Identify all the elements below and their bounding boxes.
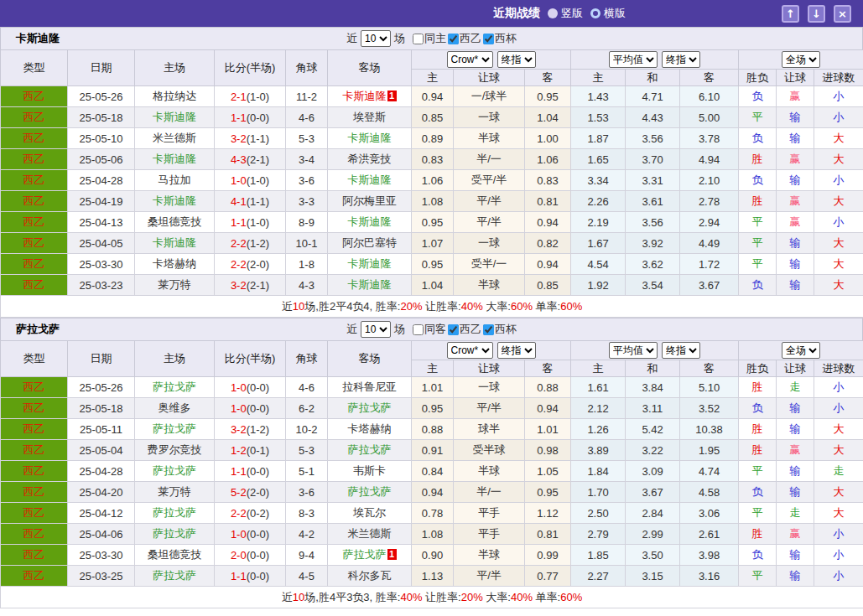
league-type-cell: 西乙 [1, 461, 68, 482]
home-team-link[interactable]: 萨拉戈萨 [153, 569, 196, 582]
asian-home-odds: 0.83 [412, 149, 454, 170]
layout-radio-horizontal[interactable]: 横版 [590, 6, 626, 21]
away-team-link[interactable]: 萨拉戈萨 [348, 485, 392, 498]
home-team-link[interactable]: 萨拉戈萨 [153, 506, 196, 519]
away-team-cell: 希洪竞技 [328, 149, 412, 170]
result-goals: 大 [814, 419, 863, 440]
away-team-link[interactable]: 卡塔赫纳 [348, 422, 392, 435]
move-up-button[interactable]: ↑ [782, 5, 799, 23]
euro-home-odds: 1.67 [571, 233, 626, 254]
away-team-link[interactable]: 科尔多瓦 [348, 569, 392, 582]
euro-away-odds: 3.78 [680, 128, 739, 149]
home-team-link[interactable]: 莱万特 [159, 278, 191, 291]
home-team-link[interactable]: 卡斯迪隆 [153, 194, 196, 207]
cup-checkbox[interactable]: 西杯 [481, 31, 517, 46]
summary-text: 场,胜2平4负4, 胜率: [304, 300, 400, 313]
score-cell: 2-2(2-0) [215, 254, 286, 275]
scope-select[interactable]: 全场 [782, 342, 820, 359]
match-row: 西乙25-04-12萨拉戈萨2-2(0-2)8-3埃瓦尔0.78平手1.122.… [1, 503, 863, 524]
cup-checkbox-input[interactable] [483, 324, 494, 335]
away-team-link[interactable]: 萨拉戈萨 [343, 548, 387, 561]
home-team-cell: 萨拉戈萨 [135, 524, 215, 545]
same-home-checkbox[interactable]: 同主 [411, 31, 446, 46]
layout-radio-vertical[interactable]: 竖版 [548, 6, 583, 21]
away-team-link[interactable]: 埃登斯 [353, 111, 386, 123]
result-goals: 小 [814, 212, 863, 233]
same-away-checkbox[interactable]: 同客 [411, 322, 446, 337]
league-checkbox[interactable]: 西乙 [446, 322, 481, 337]
euro-home-odds: 2.27 [571, 566, 626, 587]
filter-bar: 近 10 场 同客 西乙 西杯 [346, 321, 517, 338]
radio-dot-icon[interactable] [590, 8, 600, 18]
asian-source-select[interactable]: Crow* [447, 342, 493, 359]
match-count-select[interactable]: 10 [361, 30, 391, 47]
away-team-link[interactable]: 卡斯迪隆 [348, 132, 392, 144]
league-type-cell: 西乙 [1, 545, 68, 566]
away-team-link[interactable]: 埃瓦尔 [353, 506, 386, 519]
summary-text: 场,胜4平3负3, 胜率: [304, 591, 400, 603]
league-checkbox[interactable]: 西乙 [446, 31, 481, 46]
away-team-link[interactable]: 卡斯迪隆 [348, 278, 392, 291]
result-handicap: 输 [777, 419, 814, 440]
away-team-link[interactable]: 希洪竞技 [348, 153, 392, 165]
home-team-link[interactable]: 桑坦德竞技 [148, 215, 202, 228]
euro-source-select[interactable]: 平均值 [609, 51, 658, 68]
away-team-link[interactable]: 拉科鲁尼亚 [342, 380, 397, 393]
euro-draw-odds: 3.67 [626, 482, 680, 503]
home-team-link[interactable]: 萨拉戈萨 [153, 380, 196, 393]
away-team-link[interactable]: 卡斯迪隆 [343, 90, 387, 102]
away-team-link[interactable]: 卡斯迪隆 [348, 215, 392, 228]
home-team-link[interactable]: 萨拉戈萨 [153, 527, 196, 540]
match-row: 西乙25-05-11萨拉戈萨3-2(1-2)10-2卡塔赫纳0.88球半1.01… [1, 419, 863, 440]
score-cell: 3-2(2-1) [215, 275, 286, 296]
away-team-link[interactable]: 韦斯卡 [353, 464, 386, 477]
home-team-link[interactable]: 莱万特 [159, 485, 191, 498]
asian-handicap: 半/一 [454, 149, 525, 170]
home-team-link[interactable]: 卡斯迪隆 [153, 236, 196, 249]
home-team-link[interactable]: 卡斯迪隆 [153, 153, 196, 165]
asian-source-select[interactable]: Crow* [447, 51, 493, 68]
result-handicap: 赢 [777, 86, 814, 107]
euro-away-odds: 4.49 [680, 233, 739, 254]
home-team-link[interactable]: 奥维多 [159, 401, 191, 414]
asian-time-select[interactable]: 终指 [497, 51, 536, 68]
radio-dot-icon[interactable] [548, 8, 558, 18]
move-down-button[interactable]: ↓ [808, 5, 825, 23]
close-button[interactable]: × [834, 5, 851, 23]
away-team-link[interactable]: 卡斯迪隆 [348, 257, 392, 270]
cup-checkbox[interactable]: 西杯 [481, 322, 517, 337]
asian-handicap: 半/一 [454, 482, 525, 503]
home-team-link[interactable]: 萨拉戈萨 [153, 464, 196, 477]
asian-handicap: 受半球 [454, 440, 525, 461]
home-team-link[interactable]: 卡塔赫纳 [153, 257, 196, 270]
same-away-checkbox-input[interactable] [413, 324, 424, 335]
away-team-link[interactable]: 阿尔梅里亚 [342, 194, 397, 207]
away-team-link[interactable]: 萨拉戈萨 [348, 401, 392, 414]
home-team-link[interactable]: 马拉加 [159, 173, 191, 186]
away-team-link[interactable]: 米兰德斯 [348, 527, 392, 540]
euro-time-select[interactable]: 终指 [662, 342, 700, 359]
same-home-checkbox-input[interactable] [413, 34, 424, 44]
scope-select[interactable]: 全场 [782, 51, 820, 68]
away-team-link[interactable]: 卡斯迪隆 [348, 173, 392, 186]
league-checkbox-input[interactable] [448, 324, 459, 335]
home-team-link[interactable]: 桑坦德竞技 [148, 548, 202, 561]
home-team-link[interactable]: 卡斯迪隆 [153, 111, 196, 123]
cup-checkbox-input[interactable] [483, 34, 494, 44]
home-team-link[interactable]: 米兰德斯 [153, 132, 196, 144]
euro-time-select[interactable]: 终指 [662, 51, 700, 68]
halftime-score: (2-0) [247, 486, 269, 499]
away-team-cell: 萨拉戈萨 [328, 440, 412, 461]
col-home: 主场 [135, 341, 215, 377]
euro-away-odds: 4.94 [680, 149, 739, 170]
match-count-select[interactable]: 10 [361, 321, 391, 338]
home-team-link[interactable]: 格拉纳达 [153, 90, 196, 102]
asian-time-select[interactable]: 终指 [497, 342, 536, 359]
euro-source-select[interactable]: 平均值 [609, 342, 658, 359]
away-team-link[interactable]: 阿尔巴塞特 [342, 236, 397, 249]
league-checkbox-input[interactable] [448, 34, 459, 44]
home-team-link[interactable]: 费罗尔竞技 [148, 443, 202, 456]
away-team-link[interactable]: 萨拉戈萨 [348, 443, 392, 456]
asian-home-odds: 1.08 [412, 524, 454, 545]
home-team-link[interactable]: 萨拉戈萨 [153, 422, 196, 435]
